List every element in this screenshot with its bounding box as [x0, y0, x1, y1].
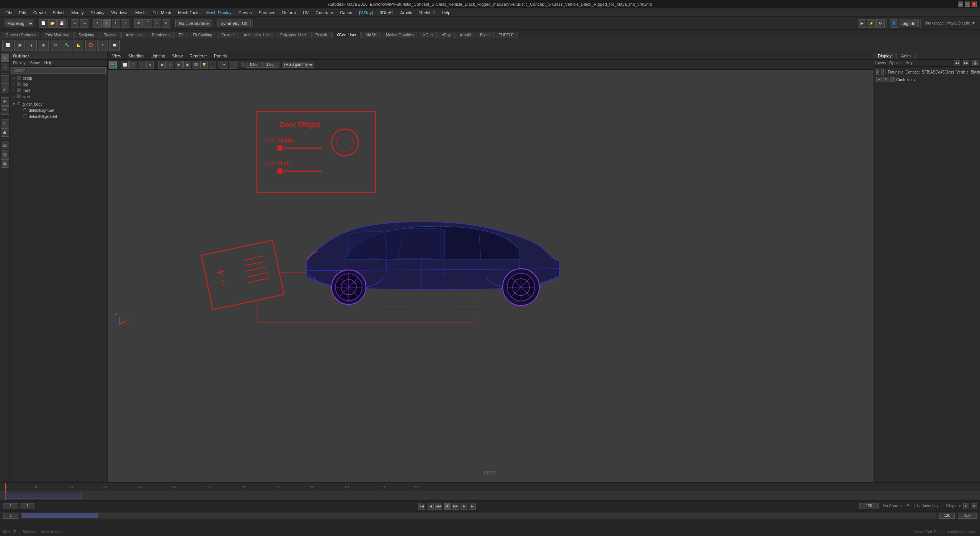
- tree-item-top[interactable]: ▷ 🎥 top: [10, 81, 107, 87]
- shelf-tab-xgen[interactable]: XGen: [419, 32, 437, 38]
- tree-item-persp[interactable]: ▷ 🎥 persp: [10, 75, 107, 81]
- viewport-lighting-menu[interactable]: Lighting: [147, 53, 168, 59]
- sign-in-btn[interactable]: Sign In: [899, 20, 919, 27]
- shelf-icon-8[interactable]: ⭕: [85, 40, 96, 51]
- redo-btn[interactable]: ↪: [80, 19, 88, 28]
- move-tool[interactable]: ✛: [1, 63, 9, 71]
- render-region-tool[interactable]: ⬡: [1, 119, 9, 127]
- layer-v-badge-1[interactable]: V: [876, 69, 879, 75]
- snap-curve-btn[interactable]: ⌒: [144, 19, 152, 28]
- shelf-icon-10[interactable]: 🔲: [109, 40, 120, 51]
- current-frame-input[interactable]: [20, 503, 35, 509]
- shelf-tab-arnold[interactable]: Arnold: [456, 32, 475, 38]
- tree-item-front[interactable]: ▷ 🎥 front: [10, 87, 107, 93]
- menu-deform[interactable]: Deform: [279, 10, 299, 16]
- shelf-tab-animation-user[interactable]: Animation_User: [240, 32, 275, 38]
- menu-create[interactable]: Create: [30, 10, 49, 16]
- range-end-input[interactable]: [939, 513, 955, 519]
- snap-point-btn[interactable]: •: [153, 19, 161, 28]
- vp-light-btn[interactable]: 💡: [200, 61, 208, 69]
- menu-modify[interactable]: Modify: [68, 10, 87, 16]
- stop-btn[interactable]: ■: [444, 503, 451, 510]
- vp-grid-btn[interactable]: #: [138, 61, 145, 69]
- shelf-icon-9[interactable]: ✦: [97, 40, 108, 51]
- menu-edit-mesh[interactable]: Edit Mesh: [149, 10, 174, 16]
- minimize-button[interactable]: ─: [958, 2, 963, 7]
- range-bar[interactable]: [21, 513, 936, 518]
- outliner-show-menu[interactable]: Show: [29, 61, 41, 65]
- collapse-btn[interactable]: ◀◀: [954, 60, 960, 66]
- jump-start-btn[interactable]: |◀: [418, 503, 425, 510]
- step-fwd-btn[interactable]: ▶: [461, 503, 467, 510]
- exposure-input[interactable]: [246, 62, 261, 68]
- shelf-icon-6[interactable]: 🔧: [62, 40, 72, 51]
- layer-tool[interactable]: ☰: [1, 106, 9, 115]
- display-tab[interactable]: Display: [873, 53, 897, 59]
- shelf-tab-poly-modeling[interactable]: Poly Modeling: [41, 32, 74, 38]
- vp-wire-btn[interactable]: □: [167, 61, 174, 69]
- menu-mesh-tools[interactable]: Mesh Tools: [175, 10, 202, 16]
- move-tool-btn[interactable]: ✛: [103, 19, 111, 28]
- render-btn[interactable]: ▶: [858, 19, 866, 28]
- render-settings-btn[interactable]: ⚙: [876, 19, 885, 28]
- shelf-tab-sculpting[interactable]: Sculpting: [74, 32, 98, 38]
- jump-end-btn[interactable]: ▶|: [469, 503, 476, 510]
- rotate-tool-btn[interactable]: ↻: [112, 19, 120, 28]
- shelf-tab-polygons-user[interactable]: Polygons_User: [276, 32, 310, 38]
- misc-tool-2[interactable]: ▥: [1, 150, 9, 159]
- layer-item-2[interactable]: V P Controllers: [875, 76, 978, 83]
- snap-surface-btn[interactable]: ◊: [162, 19, 170, 28]
- lasso-tool[interactable]: ⊙: [1, 75, 9, 84]
- close-button[interactable]: ✕: [972, 2, 977, 7]
- shelf-tab-fit-caching[interactable]: Fit Caching: [189, 32, 217, 38]
- tree-item-glider-body[interactable]: ▼ ⬡ glider_body: [10, 101, 107, 107]
- timeline-track[interactable]: [0, 491, 980, 500]
- shelf-tab-turtle[interactable]: TURTLE: [495, 32, 518, 38]
- shelf-tab-bullet[interactable]: Bullet: [476, 32, 494, 38]
- vp-texture-btn[interactable]: 🖼: [192, 61, 199, 69]
- play-back-btn[interactable]: ◀◀: [435, 503, 442, 510]
- shelf-tab-mash[interactable]: MASH: [361, 32, 381, 38]
- menu-redshift[interactable]: Redshift: [416, 10, 438, 16]
- menu-help[interactable]: Help: [439, 10, 454, 16]
- viewport-panels-menu[interactable]: Panels: [211, 53, 230, 59]
- layer-v-badge-2[interactable]: V: [876, 77, 882, 82]
- save-btn[interactable]: 💾: [57, 19, 66, 28]
- menu-select[interactable]: Select: [50, 10, 68, 16]
- range-max-input[interactable]: [958, 513, 977, 519]
- shelf-tab-fx[interactable]: FX: [175, 32, 188, 38]
- vp-shading-btn[interactable]: ◼: [158, 61, 166, 69]
- menu-3dtoall[interactable]: 3DtoAll: [377, 10, 396, 16]
- shelf-icon-2[interactable]: ▣: [14, 40, 25, 51]
- shelf-tab-rendering[interactable]: Rendering: [148, 32, 174, 38]
- options-menu[interactable]: Options: [889, 61, 902, 65]
- help-menu[interactable]: Help: [905, 61, 913, 65]
- menu-mesh-display[interactable]: Mesh Display: [203, 10, 235, 16]
- menu-file[interactable]: File: [2, 10, 15, 16]
- menu-arnold[interactable]: Arnold: [397, 10, 416, 16]
- open-btn[interactable]: 📂: [48, 19, 57, 28]
- vp-select-all-btn[interactable]: ⬜: [121, 61, 129, 69]
- viewport-show-menu[interactable]: Show: [169, 53, 186, 59]
- node-editor-tool[interactable]: ⬢: [1, 128, 9, 137]
- no-live-surface-btn[interactable]: No Live Surface: [175, 20, 212, 27]
- shelf-icon-3[interactable]: ◈: [26, 40, 37, 51]
- maximize-button[interactable]: □: [965, 2, 970, 7]
- vp-isolate-btn[interactable]: ◈: [146, 61, 154, 69]
- shelf-icon-7[interactable]: 📐: [74, 40, 84, 51]
- menu-cache[interactable]: Cache: [337, 10, 355, 16]
- end-frame-display[interactable]: [859, 503, 879, 509]
- menu-uv[interactable]: UV: [300, 10, 312, 16]
- snap-grid-btn[interactable]: #: [134, 19, 143, 28]
- menu-display[interactable]: Display: [88, 10, 108, 16]
- anim-tab[interactable]: Anim: [897, 53, 916, 59]
- undo-btn[interactable]: ↩: [71, 19, 79, 28]
- scale-tool-btn[interactable]: ⤢: [121, 19, 129, 28]
- show-hide-tool[interactable]: 👁: [1, 97, 9, 106]
- layers-menu[interactable]: Layers: [875, 61, 886, 65]
- select-tool[interactable]: ↖: [1, 54, 9, 62]
- step-back-btn[interactable]: ◀: [427, 503, 434, 510]
- settings-btn[interactable]: ⚙: [971, 503, 977, 509]
- tree-item-default-light-set[interactable]: ⬡ defaultLightSet: [10, 107, 107, 113]
- menu-vray[interactable]: [V-Ray]: [356, 10, 376, 16]
